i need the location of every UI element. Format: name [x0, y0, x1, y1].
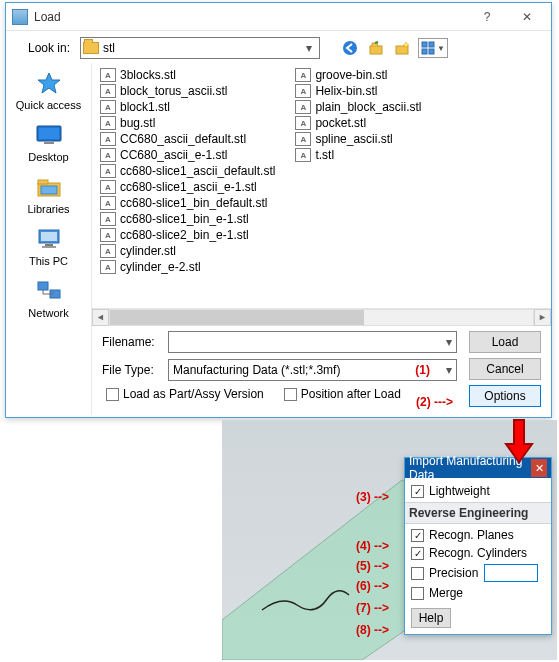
load-as-part-checkbox[interactable]: Load as Part/Assy Version: [106, 387, 264, 401]
svg-rect-5: [422, 49, 427, 54]
file-pane: 3blocks.stlblock_torus_ascii.stlblock1.s…: [92, 63, 551, 415]
file-name: cc680-slice1_bin_default.stl: [120, 196, 267, 210]
file-item[interactable]: block1.stl: [100, 99, 275, 115]
lookin-label: Look in:: [28, 41, 70, 55]
file-item[interactable]: cc680-slice1_ascii_e-1.stl: [100, 179, 275, 195]
file-item[interactable]: cylinder.stl: [100, 243, 275, 259]
file-name: Helix-bin.stl: [315, 84, 377, 98]
position-after-load-checkbox[interactable]: Position after Load: [284, 387, 401, 401]
help-button[interactable]: ?: [467, 4, 507, 30]
up-folder-icon[interactable]: [366, 38, 386, 58]
recogn-planes-checkbox[interactable]: ✓Recogn. Planes: [409, 526, 547, 544]
filetype-label: File Type:: [98, 363, 168, 377]
file-icon: [100, 180, 116, 194]
sidebar-item-desktop[interactable]: Desktop: [6, 121, 91, 167]
folder-icon: [83, 42, 99, 54]
sidebar-item-this-pc[interactable]: This PC: [6, 225, 91, 271]
file-icon: [100, 84, 116, 98]
file-item[interactable]: pocket.stl: [295, 115, 421, 131]
file-name: 3blocks.stl: [120, 68, 176, 82]
file-icon: [100, 116, 116, 130]
load-button[interactable]: Load: [469, 331, 541, 353]
file-icon: [295, 84, 311, 98]
svg-point-0: [343, 41, 357, 55]
file-item[interactable]: cylinder_e-2.stl: [100, 259, 275, 275]
file-item[interactable]: spline_ascii.stl: [295, 131, 421, 147]
sidebar-item-network[interactable]: Network: [6, 277, 91, 323]
file-name: plain_block_ascii.stl: [315, 100, 421, 114]
lookin-toolbar: Look in: stl ▾ ▼: [6, 31, 551, 63]
file-item[interactable]: block_torus_ascii.stl: [100, 83, 275, 99]
file-name: cc680-slice2_bin_e-1.stl: [120, 228, 249, 242]
file-item[interactable]: cc680-slice1_ascii_default.stl: [100, 163, 275, 179]
file-icon: [100, 244, 116, 258]
scroll-thumb[interactable]: [110, 310, 364, 325]
star-icon: [32, 69, 66, 97]
chevron-down-icon: ▾: [301, 41, 317, 55]
recogn-cylinders-checkbox[interactable]: ✓Recogn. Cylinders: [409, 544, 547, 562]
file-icon: [100, 228, 116, 242]
file-item[interactable]: cc680-slice1_bin_e-1.stl: [100, 211, 275, 227]
lookin-value: stl: [103, 41, 301, 55]
svg-rect-16: [42, 246, 56, 248]
file-name: cc680-slice1_ascii_default.stl: [120, 164, 275, 178]
filename-label: Filename:: [98, 335, 168, 349]
load-dialog: Load ? ✕ Look in: stl ▾ ▼: [5, 2, 552, 418]
precision-checkbox[interactable]: [411, 567, 424, 580]
scroll-track[interactable]: [109, 309, 534, 326]
horizontal-scrollbar[interactable]: ◄ ►: [92, 308, 551, 325]
chevron-down-icon: ▾: [446, 363, 452, 377]
red-arrow-icon: [502, 418, 536, 467]
new-folder-icon[interactable]: [392, 38, 412, 58]
precision-row: Precision: [409, 562, 547, 584]
sidebar-item-libraries[interactable]: Libraries: [6, 173, 91, 219]
back-icon[interactable]: [340, 38, 360, 58]
file-icon: [100, 68, 116, 82]
file-name: groove-bin.stl: [315, 68, 387, 82]
help-button[interactable]: Help: [411, 608, 451, 628]
sidebar-item-quick-access[interactable]: Quick access: [6, 69, 91, 115]
file-item[interactable]: CC680_ascii_e-1.stl: [100, 147, 275, 163]
svg-rect-14: [41, 232, 57, 241]
file-name: cc680-slice1_ascii_e-1.stl: [120, 180, 257, 194]
svg-rect-9: [44, 142, 54, 144]
file-list[interactable]: 3blocks.stlblock_torus_ascii.stlblock1.s…: [92, 63, 551, 308]
file-icon: [100, 132, 116, 146]
cancel-button[interactable]: Cancel: [469, 358, 541, 380]
file-name: block1.stl: [120, 100, 170, 114]
file-icon: [100, 164, 116, 178]
lookin-combo[interactable]: stl ▾: [80, 37, 320, 59]
precision-input[interactable]: [484, 564, 538, 582]
file-item[interactable]: cc680-slice1_bin_default.stl: [100, 195, 275, 211]
svg-rect-4: [429, 42, 434, 47]
scroll-right-icon[interactable]: ►: [534, 309, 551, 326]
file-name: t.stl: [315, 148, 334, 162]
file-item[interactable]: 3blocks.stl: [100, 67, 275, 83]
file-icon: [295, 100, 311, 114]
window-title: Load: [34, 10, 467, 24]
file-item[interactable]: cc680-slice2_bin_e-1.stl: [100, 227, 275, 243]
file-name: block_torus_ascii.stl: [120, 84, 227, 98]
file-name: cc680-slice1_bin_e-1.stl: [120, 212, 249, 226]
scroll-left-icon[interactable]: ◄: [92, 309, 109, 326]
lightweight-checkbox[interactable]: ✓Lightweight: [409, 482, 547, 500]
file-item[interactable]: t.stl: [295, 147, 421, 163]
places-sidebar: Quick access Desktop Libraries This PC N…: [6, 63, 92, 415]
filename-input[interactable]: ▾: [168, 331, 457, 353]
merge-checkbox[interactable]: Merge: [409, 584, 547, 602]
file-item[interactable]: bug.stl: [100, 115, 275, 131]
app-icon: [12, 9, 28, 25]
svg-rect-15: [45, 244, 53, 246]
file-icon: [100, 100, 116, 114]
chevron-down-icon: ▾: [446, 335, 452, 349]
file-name: spline_ascii.stl: [315, 132, 392, 146]
svg-rect-12: [41, 186, 57, 194]
file-item[interactable]: CC680_ascii_default.stl: [100, 131, 275, 147]
close-button[interactable]: ✕: [507, 4, 547, 30]
filetype-combo[interactable]: Manufacturing Data (*.stl;*.3mf) ▾ (1): [168, 359, 457, 381]
file-item[interactable]: plain_block_ascii.stl: [295, 99, 421, 115]
view-menu-icon[interactable]: ▼: [418, 38, 448, 58]
file-item[interactable]: groove-bin.stl: [295, 67, 421, 83]
options-button[interactable]: Options: [469, 385, 541, 407]
file-item[interactable]: Helix-bin.stl: [295, 83, 421, 99]
